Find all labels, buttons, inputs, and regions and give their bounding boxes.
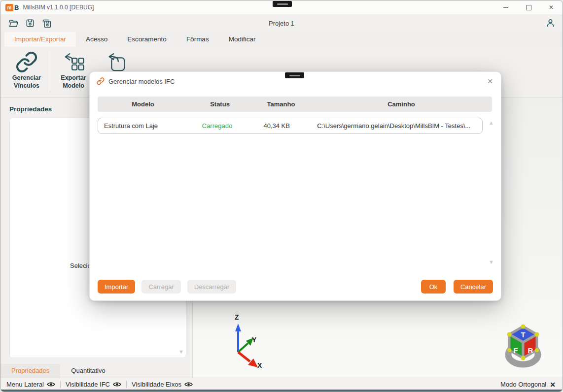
status-bar: Menu Lateral Visibilidade IFC Visibilida… xyxy=(0,378,563,391)
toggle-visibilidade-ifc[interactable]: Visibilidade IFC xyxy=(61,381,126,388)
quick-access-toolbar: Projeto 1 xyxy=(0,14,563,32)
toggle-menu-lateral[interactable]: Menu Lateral xyxy=(0,381,60,388)
logo-m-icon: m xyxy=(5,4,13,11)
tab-escoramento[interactable]: Escoramento xyxy=(117,32,176,47)
axis-y-label: Y xyxy=(252,336,257,344)
export-model-icon xyxy=(62,51,85,73)
bottom-panel-tabs: Propriedades Quantitativo xyxy=(0,364,192,378)
exportar-modelo-label-1: Exportar xyxy=(61,74,86,81)
tab-quantitativo[interactable]: Quantitativo xyxy=(60,364,116,378)
visibilidade-eixos-label: Visibilidade Eixos xyxy=(132,381,181,388)
modo-ortogonal-toggle[interactable]: Modo Ortogonal ✕ xyxy=(500,381,563,389)
minimize-button[interactable] xyxy=(494,0,517,14)
cancelar-button[interactable]: Cancelar xyxy=(454,280,493,294)
axis-x-label: X xyxy=(257,361,262,369)
app-logo: m B xyxy=(5,4,19,11)
cell-modelo: Estrutura com Laje xyxy=(98,122,186,130)
column-tamanho: Tamanho xyxy=(251,100,311,108)
modo-ortogonal-close-icon: ✕ xyxy=(550,381,556,389)
column-status: Status xyxy=(188,100,251,108)
person-icon xyxy=(545,18,556,28)
link-icon xyxy=(97,77,105,85)
close-button[interactable]: ✕ xyxy=(540,0,563,14)
cell-tamanho: 40,34 KB xyxy=(248,122,306,130)
tab-formas[interactable]: Fôrmas xyxy=(176,32,219,47)
table-header: Modelo Status Tamanho Caminho xyxy=(98,97,492,112)
modo-ortogonal-label: Modo Ortogonal xyxy=(500,381,546,388)
eye-icon xyxy=(113,381,121,388)
properties-panel-title: Propriedades xyxy=(9,105,52,113)
minimize-icon xyxy=(503,7,508,8)
eye-icon xyxy=(184,381,193,388)
gerenciar-modelos-ifc-dialog: Gerenciar modelos IFC ✕ Modelo Status Ta… xyxy=(89,71,501,301)
app-window: m B MillsBIM v1.1.0.0 [DEBUG] ✕ Projeto … xyxy=(0,0,563,392)
eye-icon xyxy=(47,381,55,388)
ok-button[interactable]: Ok xyxy=(421,280,446,294)
gerenciar-vinculos-label-1: Gerenciar xyxy=(12,74,41,81)
panel-scroll-down-icon[interactable]: ▼ xyxy=(178,349,184,355)
reverter-modelo-button[interactable] xyxy=(97,47,135,73)
window-controls: ✕ xyxy=(494,0,563,14)
gerenciar-vinculos-button[interactable]: Gerenciar Vínculos xyxy=(3,47,50,90)
menu-lateral-label: Menu Lateral xyxy=(6,381,44,388)
toggle-visibilidade-eixos[interactable]: Visibilidade Eixos xyxy=(127,381,198,388)
carregar-button[interactable]: Carregar xyxy=(141,280,180,294)
dialog-footer: Importar Carregar Descarregar Ok Cancela… xyxy=(98,280,493,294)
dialog-close-button[interactable]: ✕ xyxy=(485,76,495,86)
gerenciar-vinculos-label-2: Vínculos xyxy=(14,82,39,89)
maximize-icon xyxy=(526,5,531,10)
account-button[interactable] xyxy=(545,18,556,30)
descarregar-button[interactable]: Descarregar xyxy=(187,280,237,294)
tab-modificar[interactable]: Modificar xyxy=(219,32,266,47)
tab-propriedades[interactable]: Propriedades xyxy=(0,364,60,378)
viewcube-top-label: T xyxy=(521,330,525,339)
ribbon-tab-bar: Importar/Exportar Acesso Escoramento Fôr… xyxy=(0,32,563,47)
window-bottom-edge xyxy=(0,390,563,392)
view-cube[interactable]: T F R xyxy=(502,324,544,369)
drag-handle xyxy=(273,1,292,7)
exportar-modelo-label-2: Modelo xyxy=(63,82,84,89)
dialog-title: Gerenciar modelos IFC xyxy=(108,78,175,85)
visibilidade-ifc-label: Visibilidade IFC xyxy=(66,381,110,388)
axis-triad: Z Y X xyxy=(216,312,271,372)
logo-b-icon: B xyxy=(14,4,19,11)
importar-button[interactable]: Importar xyxy=(98,280,135,294)
viewcube-right-label: R xyxy=(528,346,533,355)
title-bar: m B MillsBIM v1.1.0.0 [DEBUG] ✕ xyxy=(0,0,563,14)
window-title: MillsBIM v1.1.0.0 [DEBUG] xyxy=(23,4,94,11)
tab-importar-exportar[interactable]: Importar/Exportar xyxy=(4,32,76,47)
viewcube-front-label: F xyxy=(513,346,518,355)
scroll-up-icon[interactable]: ▲ xyxy=(489,120,494,126)
cell-caminho: C:\Users\germano.gelain\Desktop\MillsBIM… xyxy=(306,122,482,130)
dialog-header[interactable]: Gerenciar modelos IFC xyxy=(90,72,501,91)
scroll-down-icon[interactable]: ▼ xyxy=(489,259,494,265)
cell-status: Carregado xyxy=(186,122,248,130)
tab-acesso[interactable]: Acesso xyxy=(76,32,117,47)
column-modelo: Modelo xyxy=(98,100,188,108)
selection-hint-text: Selecio xyxy=(70,262,91,269)
project-title: Projeto 1 xyxy=(0,20,563,27)
return-model-icon xyxy=(105,51,127,73)
link-icon xyxy=(15,51,38,73)
axis-z-label: Z xyxy=(235,313,239,321)
table-row[interactable]: Estrutura com Laje Carregado 40,34 KB C:… xyxy=(98,118,483,134)
close-icon: ✕ xyxy=(549,4,554,10)
drag-handle-bar xyxy=(277,3,288,5)
maximize-button[interactable] xyxy=(517,0,540,14)
screen: m B MillsBIM v1.1.0.0 [DEBUG] ✕ Projeto … xyxy=(0,0,563,392)
column-caminho: Caminho xyxy=(311,100,492,108)
